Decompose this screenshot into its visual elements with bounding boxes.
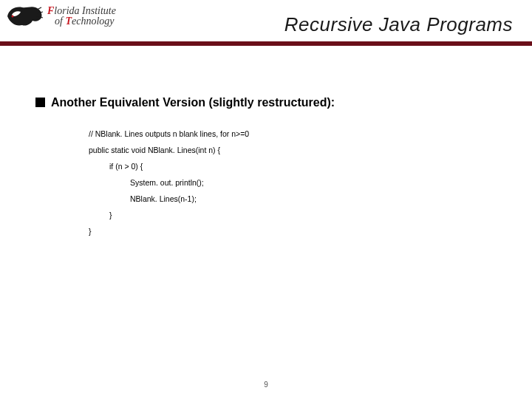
code-line: public static void NBlank. Lines(int n) … <box>89 142 502 158</box>
bullet-square-icon <box>35 98 45 107</box>
slide-content: Another Equivalent Version (slightly res… <box>35 96 502 239</box>
institution-name: Florida Institute of Technology <box>47 6 116 27</box>
logo-text-line1: lorida Institute <box>54 5 116 16</box>
slide-title: Recursive Java Programs <box>284 13 513 36</box>
code-line: System. out. println(); <box>89 174 502 191</box>
header-divider <box>0 41 532 46</box>
logo-text-t: T <box>65 16 72 27</box>
svg-point-0 <box>12 16 14 18</box>
code-line: } <box>89 207 502 223</box>
logo-text-line2: echnology <box>72 16 115 27</box>
panther-icon <box>6 3 44 30</box>
bullet-item: Another Equivalent Version (slightly res… <box>35 96 502 109</box>
logo-text-f: F <box>47 5 54 16</box>
bullet-text: Another Equivalent Version (slightly res… <box>51 96 335 109</box>
logo-text-of: of <box>55 16 65 27</box>
code-line: NBlank. Lines(n-1); <box>89 191 502 207</box>
code-block: // NBlank. Lines outputs n blank lines, … <box>89 126 502 239</box>
page-number: 9 <box>0 381 532 389</box>
code-line: // NBlank. Lines outputs n blank lines, … <box>89 126 502 142</box>
code-line: } <box>89 223 502 239</box>
code-line: if (n > 0) { <box>89 158 502 174</box>
institution-logo: Florida Institute of Technology <box>6 3 116 30</box>
slide-header: Florida Institute of Technology Recursiv… <box>0 0 532 65</box>
